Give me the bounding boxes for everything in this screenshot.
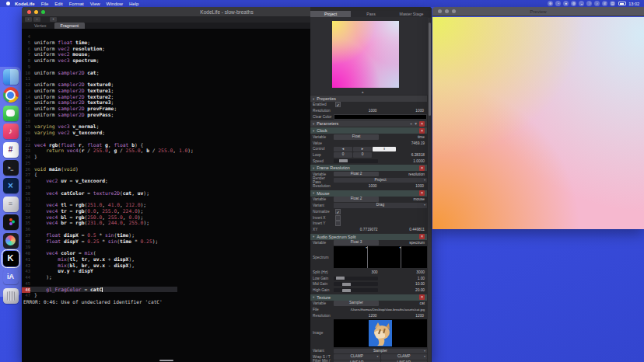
value-text[interactable]: spectrum	[380, 241, 427, 245]
remove-section-icon[interactable]: ×	[419, 121, 425, 127]
slider[interactable]	[334, 159, 378, 163]
section-header-texture[interactable]: ▾Texture×	[310, 294, 427, 301]
remove-section-icon[interactable]: ×	[419, 234, 425, 239]
dock-messages-icon[interactable]	[3, 106, 19, 121]
dock-slack-icon[interactable]: #	[3, 142, 19, 158]
menu-item-kodelife[interactable]: KodeLife	[15, 2, 35, 6]
value-text[interactable]: 0.7719072	[334, 228, 380, 231]
dock-notes-icon[interactable]: ≡	[3, 197, 19, 212]
value-text[interactable]: 0.449811	[381, 228, 428, 231]
stats-icon[interactable]: ◔	[555, 1, 561, 6]
code-editor[interactable]: 45uniform float time;6uniform vec2 resol…	[22, 29, 310, 362]
preview-title-bar[interactable]: Preview	[432, 7, 644, 16]
type-dropdown[interactable]: Float 2	[334, 172, 379, 176]
panel-scrollbar-thumb[interactable]	[429, 23, 431, 116]
value-field[interactable]: 1000	[334, 184, 380, 188]
remove-section-icon[interactable]: ×	[419, 128, 425, 134]
shader-preview[interactable]	[332, 21, 399, 88]
keyboard-icon[interactable]: ▤	[610, 1, 615, 6]
dock-figma-icon[interactable]	[3, 214, 19, 230]
pass-nav-button[interactable]: ›	[33, 17, 40, 22]
notch-app-icon[interactable]: ◒	[579, 1, 584, 6]
menu-item-view[interactable]: View	[90, 2, 100, 6]
dock-x-icon[interactable]: ×	[3, 178, 19, 193]
preview-resize-handle[interactable]: ▴	[362, 89, 364, 94]
menu-item-window[interactable]: Window	[107, 2, 123, 6]
section-header-mouse[interactable]: ▾Mouse×	[310, 190, 427, 197]
value-text[interactable]: 6.28318	[373, 153, 427, 157]
menubar-clock[interactable]: 13:02	[628, 2, 639, 6]
menu-item-format[interactable]: Format	[69, 2, 84, 6]
section-header-frame-resolution[interactable]: ▾Frame Resolution×	[310, 165, 427, 171]
value-text[interactable]: 3000	[381, 270, 428, 274]
panel-tab-project[interactable]: Project	[310, 11, 351, 17]
slider[interactable]	[334, 282, 378, 286]
control-button[interactable]: 0	[353, 152, 372, 157]
spectrum-display[interactable]	[334, 246, 427, 268]
section-header-properties[interactable]: ▾Properties	[310, 96, 427, 102]
value-text[interactable]: 20.00	[379, 288, 428, 292]
dock-kodelife-icon[interactable]: K	[3, 251, 19, 266]
remove-section-icon[interactable]: ×	[419, 294, 425, 300]
value-field[interactable]: 1000	[334, 109, 380, 113]
dock-media-icon[interactable]	[3, 233, 19, 249]
add-pass-button[interactable]: +	[50, 17, 57, 22]
section-header-clock[interactable]: ▾Clock×	[310, 127, 427, 134]
type-dropdown[interactable]: Float 3	[334, 240, 379, 245]
spectrum-split-marker[interactable]	[367, 246, 368, 268]
parameter-menu-icon[interactable]: ▾	[415, 121, 417, 126]
checkbox-checked[interactable]: ✓	[335, 209, 341, 214]
panel-tab-master-stage[interactable]: Master Stage	[391, 11, 432, 17]
menu-item-file[interactable]: File	[41, 2, 49, 6]
value-text[interactable]: 1.00	[379, 277, 428, 280]
slider-thumb[interactable]	[336, 277, 345, 280]
add-parameter-icon[interactable]: +	[410, 121, 412, 126]
file-path-field[interactable]: /Users/thomas/Desktop/slow-breaths/asset…	[334, 308, 427, 312]
apple-menu-icon[interactable]	[6, 2, 10, 5]
moon-icon[interactable]: ☽	[586, 1, 592, 6]
dropdown[interactable]: CLAMP▾	[381, 354, 428, 359]
texture-image-preview[interactable]	[334, 319, 427, 347]
dock-trash-icon[interactable]	[3, 288, 19, 304]
type-dropdown[interactable]: Float	[334, 134, 379, 139]
wifi-icon[interactable]: ≋	[602, 1, 607, 6]
tab-fragment[interactable]: Fragment	[54, 23, 86, 29]
clear-color-swatch[interactable]	[334, 114, 427, 119]
slider-thumb[interactable]	[339, 159, 348, 162]
horizontal-scrollbar[interactable]	[159, 360, 173, 362]
value-text[interactable]: mouse	[380, 197, 427, 201]
dropdown[interactable]: Sampler▾	[334, 349, 427, 353]
section-header-audio-spectrum-split[interactable]: ▾Audio Spectrum Split×	[310, 234, 427, 240]
spectrum-split-marker[interactable]	[401, 246, 401, 268]
screen-record-icon[interactable]: ⊕	[548, 1, 553, 6]
battery-icon[interactable]	[618, 2, 626, 5]
value-field[interactable]: 1000	[381, 184, 428, 188]
slider[interactable]	[334, 288, 378, 292]
value-text[interactable]: resolution	[380, 172, 427, 176]
type-dropdown[interactable]: Float 2	[334, 197, 379, 201]
control-button[interactable]: ▸	[353, 147, 372, 151]
control-button[interactable]: ◂	[334, 147, 352, 151]
checkbox-checked[interactable]: ✓	[335, 102, 341, 107]
dock-terminal-icon[interactable]: >_	[3, 160, 19, 176]
slider-thumb[interactable]	[342, 283, 351, 286]
value-text[interactable]: 10.00	[379, 282, 428, 286]
dock-chrome-icon[interactable]	[3, 87, 19, 103]
dock-ia-writer-icon[interactable]: iA	[3, 269, 19, 284]
remove-section-icon[interactable]: ×	[419, 190, 425, 196]
tab-vertex[interactable]: Vertex	[28, 23, 53, 29]
pass-nav-button[interactable]: ‹	[25, 17, 32, 22]
music-status-icon[interactable]: ♪	[594, 1, 600, 6]
value-text[interactable]: cat	[380, 301, 427, 305]
dropdown[interactable]: Drag▾	[334, 203, 427, 207]
value-text[interactable]: 300	[334, 270, 380, 274]
menu-item-edit[interactable]: Edit	[54, 2, 62, 6]
dock-music-icon[interactable]: ♪	[3, 124, 19, 139]
value-field[interactable]: 1200	[334, 314, 380, 318]
pause-button[interactable]: ‖	[373, 147, 396, 151]
dock-finder-icon[interactable]	[3, 69, 19, 85]
checkbox-unchecked[interactable]	[335, 215, 341, 221]
section-header-parameters[interactable]: ▾Parameters+▾×	[310, 120, 427, 127]
value-field[interactable]: 1000	[381, 109, 428, 113]
remove-section-icon[interactable]: ×	[419, 165, 425, 171]
